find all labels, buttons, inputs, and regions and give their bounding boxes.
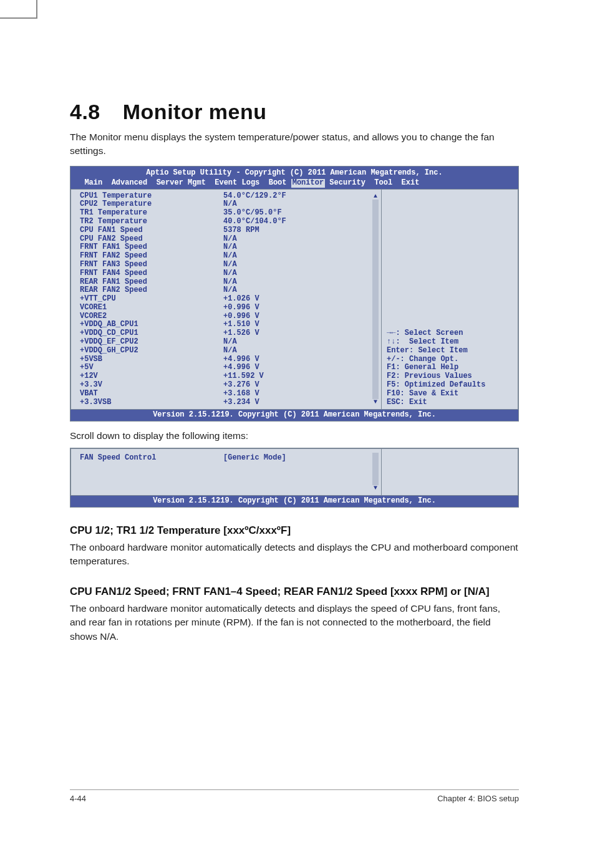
tab-exit[interactable]: Exit xyxy=(402,179,420,188)
subhead-2: CPU FAN1/2 Speed; FRNT FAN1–4 Speed; REA… xyxy=(70,585,519,599)
scroll-down-icon[interactable]: ▼ xyxy=(372,485,379,491)
tab-monitor[interactable]: Monitor xyxy=(291,179,325,188)
bios-row: REAR FAN2 SpeedN/A xyxy=(80,286,375,295)
bios-value: +1.510 V xyxy=(223,321,259,329)
bios-label: +VDDQ_CD_CPU1 xyxy=(80,329,223,338)
bios-value: N/A xyxy=(223,338,237,347)
tab-boot[interactable]: Boot xyxy=(269,179,287,188)
bios-scrollbar[interactable]: ▼ xyxy=(372,453,379,491)
bios-label: CPU1 Temperature xyxy=(80,192,223,201)
tab-security[interactable]: Security xyxy=(329,179,365,188)
bios-row: TR2 Temperature40.0°C/104.0°F xyxy=(80,218,375,226)
bios-value: +11.592 V xyxy=(223,372,264,381)
bios-row: +12V+11.592 V xyxy=(80,372,375,381)
body-text-2: The onboard hardware monitor automatical… xyxy=(70,602,519,644)
bios-value: +3.276 V xyxy=(223,381,259,390)
bios-menubar: Main Advanced Server Mgmt Event Logs Boo… xyxy=(70,179,518,189)
help-line: Enter: Select Item xyxy=(387,347,513,355)
tab-tool[interactable]: Tool xyxy=(374,179,392,188)
bios-row: FRNT FAN4 SpeedN/A xyxy=(80,269,375,278)
bios-body: CPU1 Temperature54.0°C/129.2°F CPU2 Temp… xyxy=(70,189,518,410)
bios-footer: Version 2.15.1219. Copyright (C) 2011 Am… xyxy=(70,410,518,421)
scroll-up-icon[interactable]: ▲ xyxy=(372,193,379,200)
section-number: 4.8 xyxy=(70,100,100,124)
bios-value: N/A xyxy=(223,278,237,287)
bios-label: FAN Speed Control xyxy=(80,454,223,463)
bios-value: +4.996 V xyxy=(223,355,259,364)
bios-label: TR1 Temperature xyxy=(80,209,223,218)
bios-value: [Generic Mode] xyxy=(223,454,286,463)
bios-label: CPU2 Temperature xyxy=(80,200,223,209)
section-title: Monitor menu xyxy=(123,100,267,124)
bios-label: +5VSB xyxy=(80,355,223,364)
bios-label: TR2 Temperature xyxy=(80,218,223,226)
body-text-1: The onboard hardware monitor automatical… xyxy=(70,541,519,569)
tab-server-mgmt[interactable]: Server Mgmt xyxy=(157,179,206,188)
bios-value: N/A xyxy=(223,243,237,252)
bios-row: +VDDQ_EF_CPU2N/A xyxy=(80,338,375,347)
bios-row: FAN Speed Control [Generic Mode] xyxy=(80,454,375,463)
help-line: +/-: Change Opt. xyxy=(387,355,513,364)
tab-main[interactable] xyxy=(75,179,84,188)
tab-advanced[interactable]: Advanced xyxy=(112,179,148,188)
bios-label: REAR FAN2 Speed xyxy=(80,286,223,295)
bios-row: CPU FAN1 Speed5378 RPM xyxy=(80,226,375,235)
bios-small-left[interactable]: FAN Speed Control [Generic Mode] ▼ xyxy=(70,448,381,496)
bios-label: +3.3VSB xyxy=(80,398,223,407)
bios-value: N/A xyxy=(223,252,237,261)
bios-value: 40.0°C/104.0°F xyxy=(223,218,286,226)
bios-label: +VDDQ_AB_CPU1 xyxy=(80,321,223,329)
bios-row: FRNT FAN1 SpeedN/A xyxy=(80,243,375,252)
tab-main[interactable]: Main xyxy=(84,179,102,188)
bios-right-pane: →←: Select Screen ↑↓: Select Item Enter:… xyxy=(381,189,518,410)
page-footer: 4-44 Chapter 4: BIOS setup xyxy=(70,789,519,803)
bios-row: +VDDQ_AB_CPU1+1.510 V xyxy=(80,321,375,329)
bios-value: 5378 RPM xyxy=(223,226,259,235)
bios-value: N/A xyxy=(223,347,237,355)
bios-value: N/A xyxy=(223,261,237,269)
bios-row: +3.3VSB+3.234 V xyxy=(80,398,375,407)
bios-row: FRNT FAN2 SpeedN/A xyxy=(80,252,375,261)
bios-label: CPU FAN2 Speed xyxy=(80,235,223,244)
bios-row: CPU FAN2 SpeedN/A xyxy=(80,235,375,244)
bios-row: +5V+4.996 V xyxy=(80,364,375,372)
bios-row: +VDDQ_CD_CPU1+1.526 V xyxy=(80,329,375,338)
bios-label: VCORE2 xyxy=(80,312,223,321)
scroll-track[interactable] xyxy=(372,200,379,400)
bios-scrollbar[interactable]: ▲ ▼ xyxy=(372,193,379,406)
bios-label: VBAT xyxy=(80,390,223,398)
bios-value: N/A xyxy=(223,235,237,244)
bios-row: +VTT_CPU+1.026 V xyxy=(80,295,375,304)
page-content: 4.8 Monitor menu The Monitor menu displa… xyxy=(70,100,519,644)
subhead-1: CPU 1/2; TR1 1/2 Temperature [xxxºC/xxxº… xyxy=(70,524,519,538)
help-line: ↑↓: Select Item xyxy=(387,338,513,347)
bios-small-body: FAN Speed Control [Generic Mode] ▼ xyxy=(70,448,518,496)
bios-row: REAR FAN1 SpeedN/A xyxy=(80,278,375,287)
scroll-track[interactable] xyxy=(372,453,379,485)
intro-text: The Monitor menu displays the system tem… xyxy=(70,130,519,158)
bios-value: +0.996 V xyxy=(223,312,259,321)
bios-value: N/A xyxy=(223,286,237,295)
bios-label: FRNT FAN3 Speed xyxy=(80,261,223,269)
scroll-caption: Scroll down to display the following ite… xyxy=(70,430,519,441)
help-line: ESC: Exit xyxy=(387,398,513,407)
bios-value: +1.026 V xyxy=(223,295,259,304)
crop-mark-vertical xyxy=(36,0,37,19)
bios-row: CPU2 TemperatureN/A xyxy=(80,200,375,209)
bios-value: N/A xyxy=(223,269,237,278)
bios-label: VCORE1 xyxy=(80,304,223,312)
bios-left-pane[interactable]: CPU1 Temperature54.0°C/129.2°F CPU2 Temp… xyxy=(70,189,381,410)
bios-label: +12V xyxy=(80,372,223,381)
bios-panel-small: FAN Speed Control [Generic Mode] ▼ Versi… xyxy=(70,448,519,508)
bios-value: 54.0°C/129.2°F xyxy=(223,192,286,201)
bios-label: FRNT FAN2 Speed xyxy=(80,252,223,261)
bios-header: Aptio Setup Utility - Copyright (C) 2011… xyxy=(70,166,518,189)
bios-row: +VDDQ_GH_CPU2N/A xyxy=(80,347,375,355)
bios-label: CPU FAN1 Speed xyxy=(80,226,223,235)
scroll-down-icon[interactable]: ▼ xyxy=(372,399,379,405)
tab-event-logs[interactable]: Event Logs xyxy=(215,179,259,188)
bios-row: FRNT FAN3 SpeedN/A xyxy=(80,261,375,269)
bios-label: +VDDQ_GH_CPU2 xyxy=(80,347,223,355)
help-line: F1: General Help xyxy=(387,364,513,372)
bios-label: FRNT FAN1 Speed xyxy=(80,243,223,252)
